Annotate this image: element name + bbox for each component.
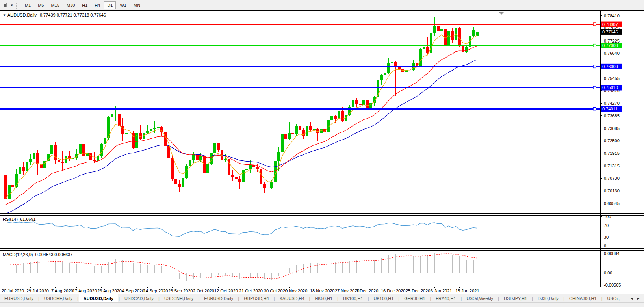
date-tick-label: 18 Nov 2020 — [310, 288, 334, 293]
tab-ger30-h1[interactable]: GER30,H1 — [400, 294, 429, 302]
tab-gbpusd-h4[interactable]: GBPUSD,H4 — [239, 294, 273, 302]
price-tick-label: 0.73085 — [604, 126, 620, 131]
price-tick-label: 0.69545 — [604, 201, 620, 206]
tab-scroll-right-icon[interactable]: ► — [637, 296, 640, 300]
svg-text:0.77646: 0.77646 — [602, 30, 618, 34]
rsi-value: 61.6691 — [20, 217, 36, 221]
date-tick-label: 21 Oct 2020 — [239, 288, 263, 293]
timeframe-button-m5[interactable]: M5 — [35, 1, 47, 9]
tab-fra40-h1[interactable]: FRA40,H1 — [431, 294, 460, 302]
price-tick-label: 0.75455 — [604, 76, 620, 81]
date-tick-label: 7 Aug 2020 — [51, 288, 73, 293]
tab-uk100-h1[interactable]: UK100,H1 — [369, 294, 398, 302]
tab-uk100-h1[interactable]: UK100,H1 — [339, 294, 367, 302]
price-tick-label: 0.73685 — [604, 113, 620, 118]
date-tick-label: 9 Nov 2020 — [285, 288, 307, 293]
macd-values: 0.004543 0.005637 — [35, 252, 72, 257]
toolbar-grip — [16, 2, 19, 9]
timeframe-button-m1[interactable]: M1 — [22, 1, 34, 9]
date-tick-label: 12 Oct 2020 — [214, 288, 238, 293]
price-tick-label: 0.71915 — [604, 151, 620, 156]
rsi-name: RSI(14) — [3, 217, 18, 221]
chart-tab-bar: EURUSD,Daily|USDCHF,Daily|AUDUSD,Daily|U… — [0, 294, 644, 302]
price-tick-label: 0.78410 — [604, 13, 620, 18]
macd-tick-label: -0.00565 — [604, 283, 621, 287]
timeframe-button-m30[interactable]: M30 — [63, 1, 78, 9]
support-line-green-handle[interactable] — [593, 44, 596, 47]
chart-tool-icon — [4, 3, 9, 8]
timeframe-button-mn[interactable]: MN — [130, 1, 143, 9]
tab-usdjpy-h1[interactable]: USDJPY,H1 — [499, 294, 531, 302]
timeframe-button-w1[interactable]: W1 — [117, 1, 130, 9]
tab-usdcnh-daily[interactable]: USDCNH,Daily — [160, 294, 198, 302]
timeframe-button-d1[interactable]: D1 — [104, 1, 116, 9]
svg-text:0.77008: 0.77008 — [602, 43, 618, 48]
rsi-tick-label: 30 — [604, 235, 609, 240]
rsi-tick-label: 0 — [604, 244, 606, 248]
date-tick-label: 26 Aug 2020 — [97, 288, 122, 293]
tab-eurusd-daily[interactable]: EURUSD,Daily — [200, 294, 238, 302]
rsi-indicator-label: RSI(14)61.6691 — [3, 217, 36, 221]
date-tick-label: 15 Jan 2021 — [455, 288, 479, 293]
mt4-window: ▼ M1M5M15M30H1H4D1W1MN 0.784100.778250.7… — [0, 0, 644, 307]
chart-symbol-label: AUDUSD,Daily — [7, 13, 37, 17]
chart-canvas[interactable]: 0.784100.778250.772250.766400.754550.748… — [0, 10, 644, 294]
macd-tick-label: 0.00884 — [604, 251, 620, 256]
timeframe-button-h1[interactable]: H1 — [79, 1, 91, 9]
rsi-tick-label: 70 — [604, 223, 609, 228]
svg-text:0.76009: 0.76009 — [602, 64, 618, 69]
tab-usoil-weekly[interactable]: USOil,Weekly — [462, 294, 497, 302]
date-tick-label: 14 Sep 2020 — [143, 288, 168, 293]
macd-name: MACD(12,26,9) — [3, 252, 33, 257]
tab-usoil-[interactable]: USOil, — [603, 294, 624, 302]
tab-hk50-h1[interactable]: HK50,H1 — [310, 294, 337, 302]
tab-audusd-daily[interactable]: AUDUSD,Daily — [79, 294, 118, 302]
price-tick-label: 0.77225 — [604, 39, 620, 43]
support-line-blue-2-handle[interactable] — [593, 86, 596, 89]
date-tick-label: 30 Oct 2020 — [264, 288, 288, 293]
macd-indicator-label: MACD(12,26,9)0.004543 0.005637 — [3, 252, 72, 257]
date-tick-label: 4 Sep 2020 — [122, 288, 144, 293]
support-line-blue-1-handle[interactable] — [593, 65, 596, 68]
date-tick-label: 23 Sep 2020 — [168, 288, 193, 293]
timeframe-toolbar: ▼ M1M5M15M30H1H4D1W1MN — [0, 0, 644, 10]
svg-text:0.75010: 0.75010 — [602, 85, 618, 90]
date-tick-label: 2 Oct 2020 — [193, 288, 214, 293]
tab-eurusd-daily[interactable]: EURUSD,Daily — [0, 294, 38, 302]
date-tick-label: 16 Dec 2020 — [381, 288, 405, 293]
tab-scroll-left-icon[interactable]: ◄ — [630, 296, 633, 300]
resistance-line-handle[interactable] — [593, 23, 596, 26]
ohlc-values: 0.77439 0.77721 0.77318 0.77646 — [40, 13, 106, 17]
tab-china300-h1[interactable]: CHINA300,H1 — [565, 294, 601, 302]
symbol-caret-icon[interactable]: ▼ — [3, 13, 6, 17]
date-tick-label: 17 Aug 2020 — [72, 288, 97, 293]
price-tick-label: 0.76640 — [604, 51, 620, 56]
date-tick-label: 6 Jan 2021 — [431, 288, 452, 293]
support-line-blue-3-handle[interactable] — [593, 108, 596, 110]
status-bar — [0, 302, 644, 307]
date-tick-label: 29 Jul 2020 — [26, 288, 49, 293]
timeframe-button-h4[interactable]: H4 — [91, 1, 103, 9]
chart-tool-button[interactable]: ▼ — [2, 2, 15, 9]
svg-text:0.74011: 0.74011 — [602, 106, 618, 111]
svg-text:0.78007: 0.78007 — [602, 22, 618, 27]
price-tick-label: 0.74270 — [604, 101, 620, 106]
tab-xauusd-h4[interactable]: XAUUSD,H4 — [275, 294, 309, 302]
date-tick-label: 7 Dec 2020 — [356, 288, 378, 293]
price-tick-label: 0.71315 — [604, 164, 620, 168]
date-tick-label: 25 Dec 2020 — [406, 288, 430, 293]
price-tick-label: 0.70730 — [604, 176, 620, 180]
timeframe-button-m15[interactable]: M15 — [48, 1, 62, 9]
chevron-down-icon[interactable]: ▼ — [10, 4, 13, 7]
date-tick-label: 20 Jul 2020 — [2, 288, 24, 293]
ohlc-info-line: ▼AUDUSD,Daily0.77439 0.77721 0.77318 0.7… — [3, 13, 106, 17]
tab-usdchf-daily[interactable]: USDCHF,Daily — [40, 294, 77, 302]
macd-tick-label: 0.00 — [604, 270, 612, 275]
tab-dj30-daily[interactable]: DJ30,Daily — [533, 294, 563, 302]
rsi-tick-label: 100 — [604, 214, 611, 219]
price-tick-label: 0.72500 — [604, 138, 620, 143]
tab-usdcad-daily[interactable]: USDCAD,Daily — [120, 294, 158, 302]
price-tick-label: 0.70130 — [604, 188, 620, 193]
